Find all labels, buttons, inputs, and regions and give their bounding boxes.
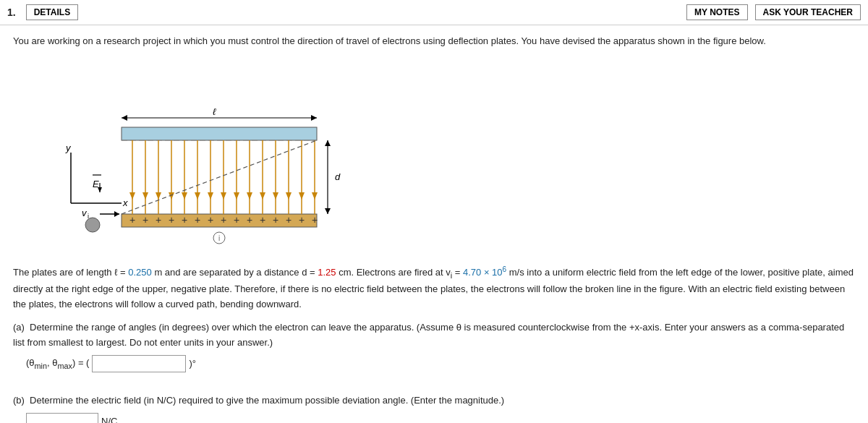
svg-marker-31 [247, 192, 252, 200]
svg-text:+: + [156, 214, 161, 226]
header: 1. DETAILS MY NOTES ASK YOUR TEACHER [0, 0, 868, 25]
svg-marker-68 [114, 211, 119, 217]
theta-label-open: (θmin, θmax) = ( [26, 357, 89, 370]
svg-marker-28 [208, 192, 213, 200]
nc-unit: N/C [101, 416, 117, 423]
svg-marker-30 [234, 192, 239, 200]
part-b-input[interactable] [26, 413, 98, 423]
svg-marker-36 [312, 192, 318, 200]
svg-marker-53 [122, 115, 127, 121]
figure-diagram: y x [27, 59, 346, 254]
problem-description: The plates are of length ℓ = 0.250 m and… [13, 264, 855, 312]
svg-text:+: + [169, 214, 174, 226]
svg-marker-54 [311, 115, 317, 121]
svg-line-60 [122, 140, 317, 214]
d-value: 1.25 [318, 267, 336, 278]
svg-text:+: + [234, 214, 239, 226]
part-a-answer-row: (θmin, θmax) = ( )° [26, 355, 855, 372]
details-button[interactable]: DETAILS [26, 4, 78, 20]
svg-marker-27 [195, 192, 200, 200]
svg-marker-33 [273, 192, 278, 200]
svg-text:v: v [82, 208, 88, 218]
svg-rect-4 [122, 127, 317, 140]
theta-label-close: )° [189, 358, 196, 369]
svg-text:+: + [142, 214, 148, 226]
part-b-description: (b) Determine the electric field (in N/C… [13, 393, 855, 409]
svg-marker-22 [129, 192, 135, 200]
ask-teacher-button[interactable]: ASK YOUR TEACHER [755, 4, 861, 20]
svg-marker-23 [142, 192, 148, 200]
svg-text:+: + [182, 214, 187, 226]
svg-text:+: + [286, 214, 292, 226]
svg-point-69 [85, 218, 100, 232]
main-content: You are working on a research project in… [0, 25, 868, 423]
svg-marker-26 [182, 192, 187, 200]
svg-marker-58 [325, 208, 331, 214]
svg-marker-35 [299, 192, 305, 200]
svg-marker-32 [260, 192, 265, 200]
svg-text:+: + [260, 214, 265, 226]
svg-text:+: + [299, 214, 305, 226]
svg-text:x: x [122, 197, 128, 208]
svg-text:y: y [65, 142, 72, 153]
svg-text:+: + [195, 214, 200, 226]
vi-value: 4.70 × 106 [463, 267, 506, 278]
svg-text:ℓ: ℓ [213, 106, 216, 117]
svg-text:+: + [208, 214, 213, 226]
svg-marker-34 [286, 192, 292, 200]
figure-area: y x [27, 59, 855, 254]
svg-text:+: + [247, 214, 252, 226]
l-value: 0.250 [128, 267, 152, 278]
svg-text:+: + [273, 214, 278, 226]
diagram-svg: y x [27, 59, 346, 254]
svg-marker-63 [98, 187, 102, 192]
part-a-input[interactable] [92, 355, 186, 372]
svg-text:d: d [335, 171, 341, 182]
svg-marker-57 [325, 140, 331, 146]
my-notes-button[interactable]: MY NOTES [686, 4, 747, 20]
svg-text:+: + [129, 214, 135, 226]
question-number: 1. [7, 7, 16, 18]
part-b-answer-row: N/C [26, 413, 855, 423]
svg-text:i: i [218, 234, 220, 242]
part-a-description: (a) Determine the range of angles (in de… [13, 320, 855, 351]
svg-text:+: + [312, 214, 318, 226]
intro-text: You are working on a research project in… [13, 34, 855, 48]
svg-marker-29 [221, 192, 226, 200]
svg-marker-24 [156, 192, 161, 200]
svg-text:+: + [221, 214, 226, 226]
